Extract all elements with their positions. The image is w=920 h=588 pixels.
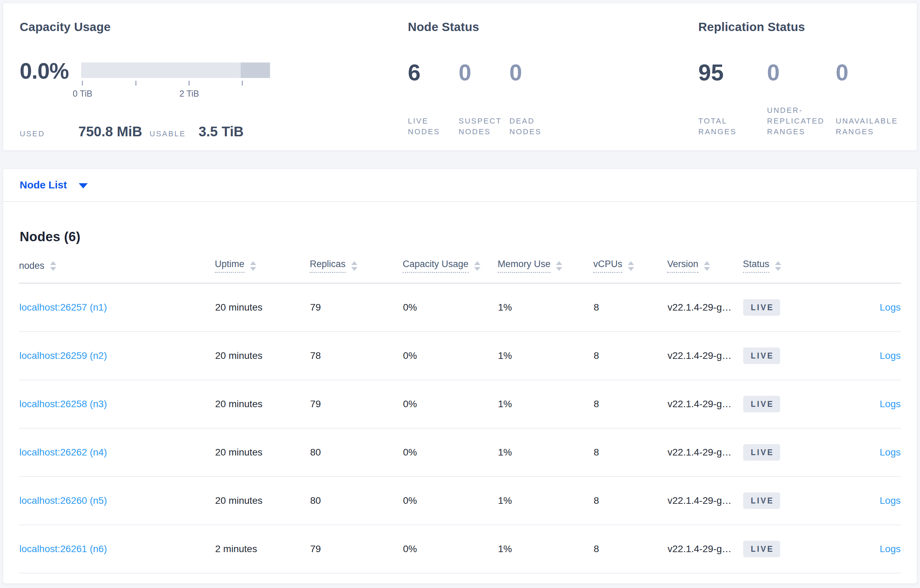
capacity-cell: 0% bbox=[403, 283, 498, 332]
replicas-cell: 79 bbox=[310, 380, 403, 428]
memory-cell: 1% bbox=[498, 477, 593, 525]
suspect-nodes-stat: 0 SUSPECT NODES bbox=[458, 60, 509, 137]
node-list-card: Node List Nodes (6) nodes Uptime bbox=[3, 168, 917, 584]
sort-icon bbox=[775, 261, 781, 271]
chevron-down-icon bbox=[79, 183, 88, 188]
sort-icon bbox=[628, 261, 634, 271]
nodes-table-title: Nodes (6) bbox=[20, 229, 901, 244]
status-badge: LIVE bbox=[743, 541, 780, 557]
dead-nodes-stat: 0 DEAD NODES bbox=[509, 60, 560, 137]
version-cell: v22.1.4-29-g… bbox=[667, 477, 743, 525]
node-link[interactable]: localhost:26259 (n2) bbox=[19, 350, 107, 361]
usable-label: USABLE bbox=[149, 129, 199, 138]
sort-icon bbox=[474, 261, 480, 271]
node-link[interactable]: localhost:26257 (n1) bbox=[19, 302, 107, 313]
node-status-title: Node Status bbox=[408, 20, 601, 34]
column-header-status[interactable]: Status bbox=[743, 259, 814, 283]
capacity-cell: 0% bbox=[403, 332, 498, 380]
unavailable-ranges-value: 0 bbox=[836, 60, 904, 84]
logs-link[interactable]: Logs bbox=[880, 302, 901, 313]
node-link[interactable]: localhost:26260 (n5) bbox=[19, 495, 107, 506]
used-label: USED bbox=[20, 129, 78, 138]
table-row: localhost:26261 (n6) 2 minutes 79 0% 1% … bbox=[19, 525, 901, 573]
dead-nodes-label: DEAD NODES bbox=[509, 116, 560, 137]
dead-nodes-value: 0 bbox=[509, 60, 560, 84]
axis-tick bbox=[82, 81, 83, 86]
capacity-gauge: 0 TiB 2 TiB bbox=[81, 60, 286, 101]
status-badge: LIVE bbox=[743, 396, 780, 412]
cluster-summary-card: Capacity Usage 0.0% 0 TiB 2 TiB USED 750… bbox=[3, 3, 917, 151]
nodes-table-section: Nodes (6) nodes Uptime bbox=[3, 202, 917, 573]
vcpus-cell: 8 bbox=[593, 525, 667, 573]
suspect-nodes-value: 0 bbox=[458, 60, 509, 84]
vcpus-cell: 8 bbox=[593, 332, 667, 380]
total-ranges-label: TOTAL RANGES bbox=[698, 116, 767, 137]
column-header-logs bbox=[814, 259, 901, 283]
table-row: localhost:26257 (n1) 20 minutes 79 0% 1%… bbox=[19, 283, 901, 332]
axis-tick-label: 0 TiB bbox=[73, 89, 92, 99]
vcpus-cell: 8 bbox=[593, 283, 667, 332]
node-link[interactable]: localhost:26258 (n3) bbox=[19, 399, 107, 409]
uptime-cell: 20 minutes bbox=[215, 380, 310, 428]
node-link[interactable]: localhost:26261 (n6) bbox=[19, 543, 107, 554]
vcpus-cell: 8 bbox=[593, 380, 667, 428]
under-replicated-ranges-label: UNDER- REPLICATED RANGES bbox=[767, 105, 836, 137]
unavailable-ranges-stat: 0 UNAVAILABLE RANGES bbox=[836, 60, 904, 137]
capacity-percent: 0.0% bbox=[20, 60, 81, 101]
replicas-cell: 80 bbox=[310, 477, 403, 525]
logs-link[interactable]: Logs bbox=[880, 399, 901, 409]
axis-tick bbox=[135, 81, 136, 86]
replication-status-section: Replication Status 95 TOTAL RANGES 0 UND… bbox=[698, 20, 909, 137]
column-header-uptime[interactable]: Uptime bbox=[215, 259, 310, 283]
unavailable-ranges-label: UNAVAILABLE RANGES bbox=[836, 116, 904, 137]
column-header-nodes[interactable]: nodes bbox=[19, 259, 215, 283]
version-cell: v22.1.4-29-g… bbox=[667, 380, 743, 428]
capacity-usage-title: Capacity Usage bbox=[20, 20, 286, 34]
memory-cell: 1% bbox=[498, 380, 593, 428]
table-row: localhost:26260 (n5) 20 minutes 80 0% 1%… bbox=[19, 477, 901, 525]
uptime-cell: 2 minutes bbox=[215, 525, 310, 573]
status-badge: LIVE bbox=[743, 299, 780, 316]
status-badge: LIVE bbox=[743, 493, 780, 509]
sort-icon bbox=[556, 261, 562, 271]
axis-tick bbox=[189, 81, 190, 86]
memory-cell: 1% bbox=[498, 525, 593, 573]
table-row: localhost:26259 (n2) 20 minutes 78 0% 1%… bbox=[19, 332, 901, 380]
replicas-cell: 79 bbox=[310, 525, 403, 573]
memory-cell: 1% bbox=[498, 283, 593, 332]
view-selector-bar: Node List bbox=[3, 169, 917, 202]
suspect-nodes-label: SUSPECT NODES bbox=[458, 116, 509, 137]
total-ranges-value: 95 bbox=[698, 60, 767, 84]
sort-icon bbox=[250, 261, 256, 271]
capacity-cell: 0% bbox=[403, 380, 498, 428]
column-header-version[interactable]: Version bbox=[667, 259, 743, 283]
logs-link[interactable]: Logs bbox=[880, 447, 901, 457]
total-ranges-stat: 95 TOTAL RANGES bbox=[698, 60, 767, 137]
table-header-row: nodes Uptime Replicas Capacity Usage bbox=[19, 259, 901, 283]
column-header-vcpus[interactable]: vCPUs bbox=[593, 259, 667, 283]
version-cell: v22.1.4-29-g… bbox=[667, 428, 743, 477]
column-header-memory-use[interactable]: Memory Use bbox=[498, 259, 593, 283]
column-header-capacity-usage[interactable]: Capacity Usage bbox=[403, 259, 498, 283]
node-status-section: Node Status 6 LIVE NODES 0 SUSPECT NODES… bbox=[408, 20, 601, 137]
uptime-cell: 20 minutes bbox=[215, 332, 310, 380]
uptime-cell: 20 minutes bbox=[215, 428, 310, 477]
live-nodes-label: LIVE NODES bbox=[408, 116, 458, 137]
capacity-cell: 0% bbox=[403, 525, 498, 573]
replication-status-title: Replication Status bbox=[698, 20, 909, 34]
replicas-cell: 78 bbox=[310, 332, 403, 380]
memory-cell: 1% bbox=[498, 332, 593, 380]
logs-link[interactable]: Logs bbox=[880, 495, 901, 506]
usable-value: 3.5 TiB bbox=[199, 124, 243, 139]
node-list-dropdown[interactable]: Node List bbox=[20, 179, 88, 191]
logs-link[interactable]: Logs bbox=[880, 350, 901, 361]
version-cell: v22.1.4-29-g… bbox=[667, 283, 743, 332]
live-nodes-stat: 6 LIVE NODES bbox=[408, 60, 458, 137]
sort-icon bbox=[704, 261, 710, 271]
column-header-replicas[interactable]: Replicas bbox=[310, 259, 403, 283]
node-link[interactable]: localhost:26262 (n4) bbox=[19, 447, 107, 457]
table-row: localhost:26262 (n4) 20 minutes 80 0% 1%… bbox=[19, 428, 901, 477]
status-badge: LIVE bbox=[743, 444, 780, 461]
logs-link[interactable]: Logs bbox=[880, 543, 901, 554]
replicas-cell: 80 bbox=[310, 428, 403, 477]
